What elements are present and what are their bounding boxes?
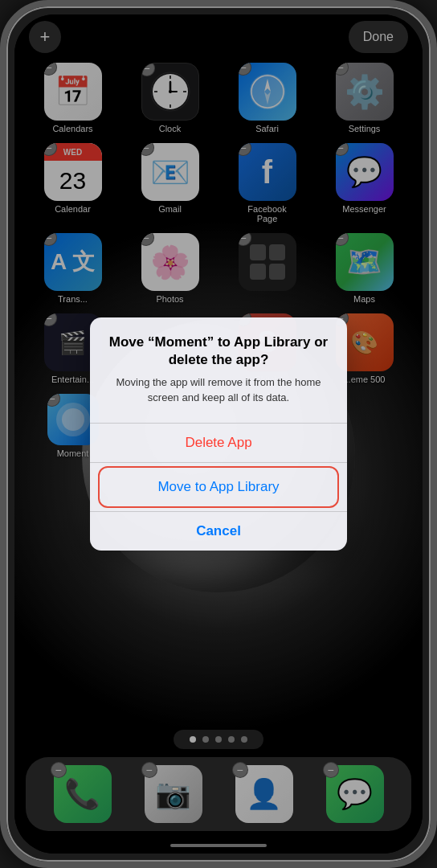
dialog-message: Moving the app will remove it from the h… (106, 375, 331, 404)
move-to-library-button[interactable]: Move to App Library (100, 468, 337, 506)
phone-frame: + Done − 📅 Calendars − (0, 0, 437, 868)
dialog-body: Move “Moment” to App Library or delete t… (90, 317, 347, 413)
phone-screen: + Done − 📅 Calendars − (14, 14, 423, 854)
move-to-library-wrapper: Move to App Library (98, 466, 339, 508)
dialog: Move “Moment” to App Library or delete t… (90, 317, 347, 551)
cancel-button[interactable]: Cancel (90, 512, 347, 551)
dialog-divider-mid (90, 462, 347, 463)
delete-app-button[interactable]: Delete App (90, 424, 347, 462)
dialog-overlay: Move “Moment” to App Library or delete t… (14, 14, 423, 854)
notch (170, 14, 267, 37)
dialog-title: Move “Moment” to App Library or delete t… (106, 334, 331, 369)
